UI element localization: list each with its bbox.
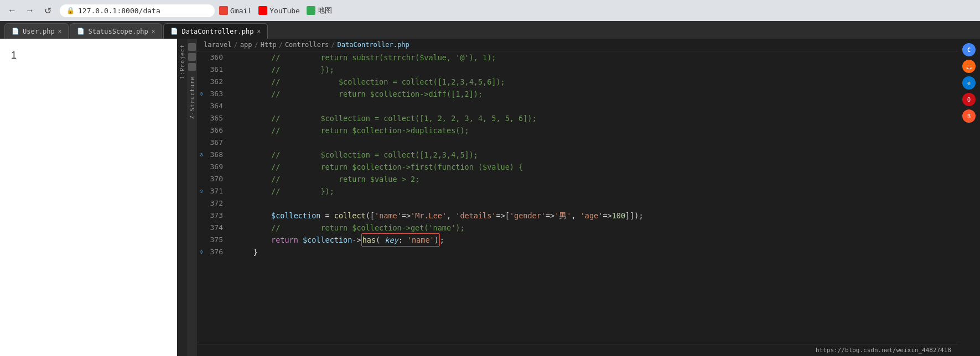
breadcrumb-sep-1: / bbox=[234, 41, 238, 49]
linenum-362: 362 bbox=[206, 76, 226, 88]
code-editor: laravel / app / Http / Controllers / Dat… bbox=[197, 39, 958, 356]
code-373-var: $collection bbox=[271, 210, 320, 222]
sidebar-icon-2 bbox=[188, 53, 196, 61]
gutter-369 bbox=[197, 161, 206, 173]
tab-user[interactable]: 📄 User.php ✕ bbox=[4, 23, 69, 39]
code-373-open: ([ bbox=[366, 210, 375, 222]
bookmark-gmail[interactable]: Gmail bbox=[219, 6, 252, 15]
tab-data-icon: 📄 bbox=[170, 28, 178, 35]
code-375-semi: ; bbox=[440, 234, 444, 246]
code-371-text: // }); bbox=[235, 185, 334, 197]
forward-button[interactable]: → bbox=[22, 3, 38, 18]
opera-icon[interactable]: O bbox=[962, 93, 976, 106]
breadcrumb-laravel: laravel bbox=[204, 41, 232, 49]
breadcrumb-controllers: Controllers bbox=[285, 41, 329, 49]
firefox-icon[interactable]: 🦊 bbox=[962, 60, 976, 73]
tab-data[interactable]: 📄 DataController.php ✕ bbox=[163, 23, 268, 39]
reload-button[interactable]: ↺ bbox=[40, 3, 55, 18]
line-376: } bbox=[235, 246, 958, 258]
line-360: // return substr(strrchr($value, '@'), 1… bbox=[235, 51, 958, 64]
gutter-361 bbox=[197, 64, 206, 76]
tab-status-icon: 📄 bbox=[77, 28, 85, 35]
gutter-arrow-376: ⊙ bbox=[200, 246, 203, 258]
edge-icon[interactable]: e bbox=[962, 76, 976, 90]
line-374: // return $collection->get('name'); bbox=[235, 222, 958, 234]
bookmark-youtube[interactable]: YouTube bbox=[258, 6, 300, 15]
line-371: // }); bbox=[235, 185, 958, 197]
gutter-area: ⊙ ⊙ ⊙ ⊙ bbox=[197, 51, 206, 344]
code-370-text: // return $value > 2; bbox=[235, 173, 419, 185]
code-375-return: return bbox=[271, 234, 298, 246]
project-panel: 1:Project bbox=[177, 39, 187, 356]
address-text: 127.0.0.1:8000/data bbox=[78, 7, 160, 15]
code-362-text: // $collection = collect([1,2,3,4,5,6]); bbox=[235, 76, 505, 88]
code-373-100: 100 bbox=[612, 210, 625, 222]
browser-chrome: ← → ↺ 🔒 127.0.0.1:8000/data Gmail YouTub… bbox=[0, 0, 980, 21]
z-structure-label: Z-Structure bbox=[189, 76, 195, 119]
code-373-male: '男' bbox=[554, 210, 571, 222]
code-375-name-val: 'name' bbox=[407, 235, 434, 244]
code-368-text: // $collection = collect([1,2,3,4,5]); bbox=[235, 149, 478, 161]
code-375-collection: $collection bbox=[303, 234, 352, 246]
youtube-favicon bbox=[258, 6, 267, 15]
gutter-arrow-371: ⊙ bbox=[200, 185, 203, 197]
youtube-label: YouTube bbox=[269, 7, 300, 15]
line-363: // return $collection->diff([1,2]); bbox=[235, 88, 958, 100]
code-372-text bbox=[235, 197, 240, 210]
sidebar-icon-3 bbox=[188, 63, 196, 71]
tab-user-close[interactable]: ✕ bbox=[58, 28, 62, 35]
linenum-367: 367 bbox=[206, 137, 226, 149]
gutter-360 bbox=[197, 51, 206, 64]
code-373-gender: 'gender' bbox=[510, 210, 546, 222]
tab-bar: 📄 User.php ✕ 📄 StatusScope.php ✕ 📄 DataC… bbox=[0, 21, 980, 39]
breadcrumb-app: app bbox=[240, 41, 252, 49]
gutter-370 bbox=[197, 173, 206, 185]
code-373-arrow1: => bbox=[402, 210, 411, 222]
code-area[interactable]: ⊙ ⊙ ⊙ ⊙ 360 361 362 363 364 bbox=[197, 51, 958, 344]
brave-icon[interactable]: B bbox=[962, 109, 976, 123]
sidebar-icon-1 bbox=[188, 43, 196, 51]
code-375-colon: : bbox=[398, 235, 407, 244]
gutter-373 bbox=[197, 210, 206, 222]
code-360-text: // return substr(strrchr($value, '@'), 1… bbox=[235, 51, 496, 64]
code-373-details: 'details' bbox=[455, 210, 496, 222]
code-373-arrow2: => bbox=[496, 210, 505, 222]
tab-data-close[interactable]: ✕ bbox=[257, 28, 261, 35]
project-label: 1:Project bbox=[179, 44, 185, 79]
code-365-text: // $collection = collect([1, 2, 2, 3, 4,… bbox=[235, 112, 537, 124]
tab-status-close[interactable]: ✕ bbox=[152, 28, 155, 35]
code-375-key-label: key bbox=[380, 235, 398, 244]
back-button[interactable]: ← bbox=[4, 3, 20, 18]
code-361-text: // }); bbox=[235, 64, 334, 76]
breadcrumb-file: DataController.php bbox=[338, 41, 409, 49]
bookmark-maps[interactable]: 地图 bbox=[307, 6, 332, 15]
gutter-362 bbox=[197, 76, 206, 88]
linenum-374: 374 bbox=[206, 222, 226, 234]
code-373-arrow4: => bbox=[603, 210, 611, 222]
breadcrumb-http: Http bbox=[261, 41, 277, 49]
tab-status-label: StatusScope.php bbox=[88, 28, 148, 35]
linenum-372: 372 bbox=[206, 197, 226, 210]
z-structure-sidebar: Z-Structure bbox=[187, 39, 197, 356]
gutter-372 bbox=[197, 197, 206, 210]
address-bar[interactable]: 🔒 127.0.0.1:8000/data bbox=[60, 4, 215, 17]
gutter-363: ⊙ bbox=[197, 88, 206, 100]
line-362: // $collection = collect([1,2,3,4,5,6]); bbox=[235, 76, 958, 88]
linenum-376: 376 bbox=[206, 246, 226, 258]
tab-status[interactable]: 📄 StatusScope.php ✕ bbox=[70, 23, 162, 39]
breadcrumb-sep-3: / bbox=[279, 41, 283, 49]
code-375-space bbox=[298, 234, 303, 246]
linenum-363: 363 bbox=[206, 88, 226, 100]
code-373-arrow3: => bbox=[546, 210, 554, 222]
bookmarks-bar: Gmail YouTube 地图 bbox=[219, 6, 332, 15]
page-content: 1 bbox=[0, 39, 177, 72]
code-375-paren-close: ) bbox=[434, 235, 439, 244]
browser-content-panel: 1 bbox=[0, 39, 177, 356]
linenum-365: 365 bbox=[206, 112, 226, 124]
status-bar: https://blog.csdn.net/weixin_44827418 bbox=[197, 344, 958, 356]
tab-user-label: User.php bbox=[23, 28, 55, 35]
line-361: // }); bbox=[235, 64, 958, 76]
code-367-text bbox=[235, 137, 240, 149]
gutter-366 bbox=[197, 124, 206, 137]
chrome-icon[interactable]: C bbox=[962, 43, 976, 56]
